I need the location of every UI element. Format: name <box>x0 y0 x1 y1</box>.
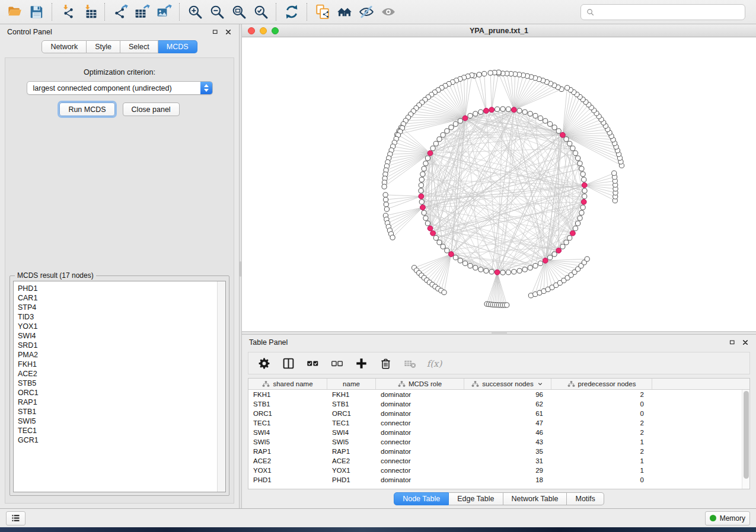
zoom-out-button[interactable] <box>206 2 228 22</box>
mcds-result-item[interactable]: ORC1 <box>18 388 217 398</box>
window-minimize-icon[interactable] <box>260 27 267 34</box>
gear-button[interactable] <box>254 354 273 372</box>
table-row[interactable]: YOX1YOX1connector291 <box>248 466 749 475</box>
network-window-titlebar: YPA_prune.txt_1 <box>242 24 756 37</box>
horizontal-split-divider[interactable] <box>242 331 756 335</box>
import-network-button[interactable] <box>56 2 78 22</box>
mcds-result-item[interactable]: PMA2 <box>18 350 217 360</box>
table-scrollbar-thumb[interactable] <box>744 391 749 479</box>
refresh-button[interactable] <box>280 2 302 22</box>
show-task-history-button[interactable] <box>6 511 25 525</box>
mcds-result-item[interactable]: SRD1 <box>18 341 217 350</box>
hide-selected-button[interactable] <box>355 2 377 22</box>
show-all-button[interactable] <box>377 2 399 22</box>
memory-button[interactable]: Memory <box>705 511 750 525</box>
select-all-checked-button[interactable] <box>303 354 322 372</box>
table-row[interactable]: SWI5SWI5connector431 <box>248 437 749 447</box>
table-row[interactable]: TEC1TEC1connector472 <box>248 418 749 428</box>
export-image-button[interactable] <box>153 2 175 22</box>
mcds-result-item[interactable]: PHD1 <box>18 284 217 293</box>
tab-select[interactable]: Select <box>120 40 158 53</box>
zoom-fit-button[interactable] <box>228 2 250 22</box>
table-row[interactable]: ORC1ORC1dominator610 <box>248 409 749 418</box>
tab-edge-table[interactable]: Edge Table <box>449 492 503 505</box>
window-close-icon[interactable] <box>248 27 255 34</box>
zoom-in-button[interactable] <box>184 2 206 22</box>
mcds-result-item[interactable]: STP4 <box>18 303 217 312</box>
close-panel-icon[interactable] <box>742 339 749 346</box>
desktop-wallpaper <box>0 527 756 532</box>
column-type-icon <box>471 380 479 388</box>
mcds-result-item[interactable]: TID3 <box>18 312 217 322</box>
table-row[interactable]: ACE2ACE2connector311 <box>248 456 749 466</box>
export-table-button[interactable] <box>131 2 153 22</box>
tab-mcds[interactable]: MCDS <box>158 40 197 53</box>
table-row[interactable]: FKH1FKH1dominator962 <box>248 390 749 399</box>
export-network-button[interactable] <box>109 2 131 22</box>
column-type-icon <box>398 380 406 388</box>
divider-grip[interactable] <box>492 332 507 334</box>
network-graph[interactable] <box>242 37 756 331</box>
mcds-list-scrollbar[interactable] <box>217 281 225 492</box>
tab-node-table[interactable]: Node Table <box>394 492 449 505</box>
delete-column-button[interactable] <box>376 354 395 372</box>
column-header-name[interactable]: name <box>327 379 376 389</box>
toolbar-separator <box>179 3 180 21</box>
window-zoom-icon[interactable] <box>272 27 279 34</box>
float-panel-icon[interactable] <box>212 28 219 36</box>
duplicate-network-icon <box>315 4 330 20</box>
divider-grip[interactable] <box>240 261 241 277</box>
mcds-result-item[interactable]: STB1 <box>18 407 217 416</box>
zoom-in-icon <box>187 4 203 20</box>
search-box[interactable] <box>580 4 745 20</box>
mcds-result-item[interactable]: FKH1 <box>18 360 217 369</box>
table-cell: 62 <box>464 400 551 408</box>
tab-style[interactable]: Style <box>87 40 120 53</box>
first-neighbors-button[interactable] <box>333 2 355 22</box>
open-network-button[interactable] <box>4 2 25 22</box>
tab-motifs[interactable]: Motifs <box>567 492 604 505</box>
float-panel-icon[interactable] <box>729 339 736 346</box>
optimization-criterion-select[interactable]: largest connected component (undirected) <box>27 81 213 95</box>
mcds-result-item[interactable]: ACE2 <box>18 369 217 379</box>
search-input[interactable] <box>598 8 740 17</box>
add-column-button[interactable] <box>352 354 371 372</box>
toolbar-separator <box>307 3 307 21</box>
table-cell: FKH1 <box>327 391 376 398</box>
save-session-button[interactable] <box>25 2 47 22</box>
column-header-mcds-role[interactable]: MCDS role <box>376 379 464 389</box>
table-row[interactable]: RAP1RAP1dominator352 <box>248 447 749 456</box>
table-row[interactable]: STB1STB1dominator620 <box>248 399 749 409</box>
column-header-predecessor-nodes[interactable]: predecessor nodes <box>551 379 652 389</box>
import-table-button[interactable] <box>78 2 100 22</box>
mcds-result-item[interactable]: RAP1 <box>18 398 217 407</box>
table-scrollbar[interactable] <box>742 390 749 489</box>
table-toolbar: f(x) <box>248 352 750 374</box>
mcds-result-item[interactable]: SWI4 <box>18 331 217 341</box>
split-columns-button[interactable] <box>279 354 298 372</box>
run-mcds-button[interactable]: Run MCDS <box>59 102 114 116</box>
mcds-result-item[interactable]: STB5 <box>18 379 217 388</box>
mcds-result-item[interactable]: SWI5 <box>18 416 217 426</box>
close-panel-icon[interactable] <box>225 28 232 36</box>
column-header-shared-name[interactable]: shared name <box>248 379 327 389</box>
mcds-result-list: PHD1CAR1STP4TID3YOX1SWI4SRD1PMA2FKH1ACE2… <box>14 281 217 492</box>
column-header-successor-nodes[interactable]: successor nodes <box>464 379 551 389</box>
zoom-selected-button[interactable] <box>250 2 272 22</box>
close-panel-button[interactable]: Close panel <box>123 102 180 116</box>
mcds-result-item[interactable]: TEC1 <box>18 426 217 435</box>
deselect-all-button[interactable] <box>327 354 346 372</box>
table-rows: FKH1FKH1dominator962STB1STB1dominator620… <box>248 390 749 489</box>
mcds-result-item[interactable]: GCR1 <box>18 435 217 445</box>
table-cell: 1 <box>551 467 652 474</box>
duplicate-network-button[interactable] <box>311 2 333 22</box>
tab-network[interactable]: Network <box>42 40 87 53</box>
mcds-result-item[interactable]: YOX1 <box>18 322 217 331</box>
table-cell: YOX1 <box>327 467 376 474</box>
table-row[interactable]: PHD1PHD1dominator180 <box>248 475 749 485</box>
table-cell: dominator <box>376 400 464 408</box>
table-row[interactable]: SWI4SWI4dominator462 <box>248 428 749 437</box>
tab-network-table[interactable]: Network Table <box>503 492 567 505</box>
mcds-result-item[interactable]: CAR1 <box>18 293 217 303</box>
network-canvas[interactable] <box>242 37 756 331</box>
